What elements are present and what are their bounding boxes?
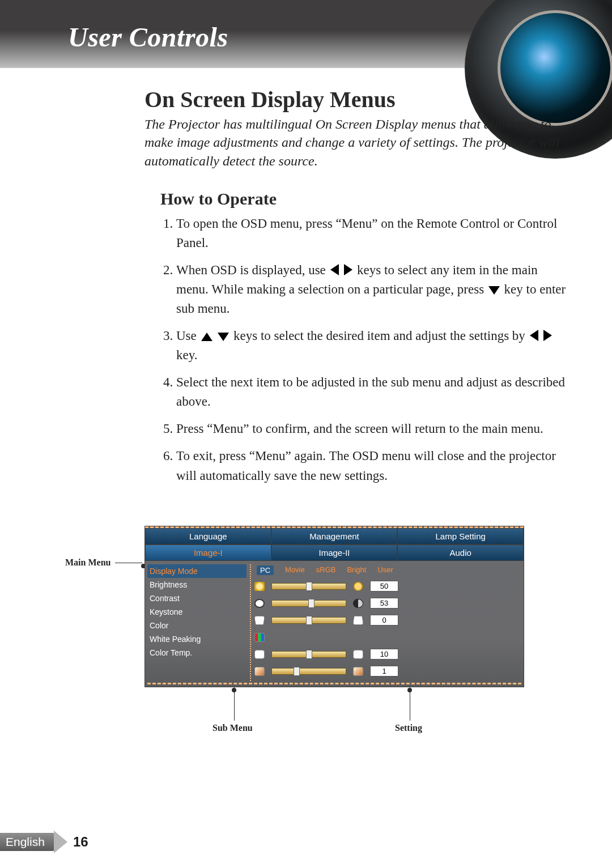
osd-submenu-item: Color [147,619,246,632]
osd-setting-row: 0 [254,613,521,627]
osd-tab-top: Management [271,528,398,544]
label-setting: Setting [395,723,422,733]
osd-display-mode: User [377,565,393,575]
osd-settings-list: 50530101 [254,579,521,678]
osd-tabs-bottom: Image-IImage-IIAudio [145,544,524,561]
step-3-text-a: Use [176,329,200,343]
osd-slider [271,583,346,590]
step-6-text: To exit, press “Menu” again. The OSD men… [176,449,556,482]
osd-display-mode: sRGB [316,565,336,575]
osd-tab-top: Lamp Setting [397,528,524,544]
label-sub-menu-text: Sub Menu [212,723,253,733]
osd-display-mode: Bright [347,565,366,575]
footer-page-number: 16 [73,834,88,850]
osd-slider [271,651,346,658]
osd-submenu: Display ModeBrightnessContrastKeystoneCo… [147,564,251,681]
callout-dot [407,684,412,695]
minidot-icon [353,582,363,591]
osd-body: Display ModeBrightnessContrastKeystoneCo… [145,561,524,687]
label-main-menu-text: Main Menu [65,558,110,567]
callout-line [115,563,142,563]
step-5-text: Press “Menu” to confirm, and the screen … [176,422,543,436]
osd-setting-value: 1 [370,666,398,676]
osd-setting-value: 50 [370,581,398,592]
osd-figure: Main Menu LanguageManagementLamp Setting… [144,526,524,687]
osd-slider [271,668,346,675]
osd-setting-row [254,630,521,644]
step-2: When OSD is displayed, use keys to selec… [176,261,567,318]
arrow-up-icon [201,333,212,341]
osd-slider [271,600,346,607]
sun-icon [254,582,265,591]
osd-submenu-item: Contrast [147,592,246,605]
osd-submenu-item: Display Mode [147,564,246,578]
section-intro: The Projector has multilingual On Screen… [144,115,567,170]
rgb-icon [254,633,265,642]
osd-display-modes: PCMoviesRGBBrightUser [254,564,521,579]
arrow-down-icon [488,286,500,295]
wp-icon [353,650,363,659]
osd-display-mode: Movie [285,565,305,575]
step-1: To open the OSD menu, press “Menu” on th… [176,214,567,253]
step-5: Press “Menu” to confirm, and the screen … [176,419,567,439]
footer-language: English [0,833,55,851]
label-sub-menu: Sub Menu [212,723,253,733]
page-footer: English 16 [0,831,88,853]
osd-submenu-item: Brightness [147,578,246,592]
steps-list: To open the OSD menu, press “Menu” on th… [160,214,567,485]
step-3-text-b: keys to select the desired item and adju… [233,329,529,343]
osd-setting-row: 50 [254,579,521,593]
wp-icon [254,650,265,659]
osd-tabs-top: LanguageManagementLamp Setting [145,526,524,544]
chevron-right-icon [54,831,67,853]
arrow-right-icon [543,330,552,341]
step-1-text: To open the OSD menu, press “Menu” on th… [176,216,557,250]
osd-tab-bottom: Image-I [145,544,271,561]
osd-submenu-item: Color Temp. [147,646,246,659]
arrow-right-icon [344,264,352,275]
arrow-left-icon [530,330,538,341]
osd-setting-value: 10 [370,649,398,659]
arrow-down-icon [218,333,229,341]
arrow-left-icon [330,264,339,275]
osd-setting-row: 10 [254,647,521,661]
step-2-text-a: When OSD is displayed, use [176,263,329,277]
osd-tab-top: Language [145,528,271,544]
osd-display-mode: PC [257,565,274,575]
osd-submenu-item: Keystone [147,605,246,619]
page-header: User Controls [0,0,612,68]
halfc-icon [353,599,363,608]
osd-setting-row: 1 [254,664,521,678]
header-title: User Controls [68,22,228,53]
section-subtitle: How to Operate [160,189,567,209]
osd-panel: LanguageManagementLamp Setting Image-IIm… [144,526,524,687]
label-setting-text: Setting [395,723,422,733]
step-4-text: Select the next item to be adjusted in t… [176,375,565,409]
osd-submenu-item: White Peaking [147,632,246,646]
osd-slider [271,617,346,624]
osd-setting-row: 53 [254,596,521,610]
step-3-text-c: key. [176,348,197,362]
step-3: Use keys to select the desired item and … [176,326,567,365]
callout-dot [232,684,236,695]
osd-setting-value: 53 [370,598,398,609]
ct-icon [353,667,363,676]
label-main-menu: Main Menu [65,558,110,568]
content-area: On Screen Display Menus The Projector ha… [144,86,567,493]
key1-icon [254,616,265,625]
osd-tab-bottom: Image-II [271,544,398,561]
ct-icon [254,667,265,676]
step-6: To exit, press “Menu” again. The OSD men… [176,446,567,485]
osd-setting-value: 0 [370,615,398,626]
key2-icon [353,616,363,625]
section-title: On Screen Display Menus [144,86,567,113]
osd-tab-bottom: Audio [397,544,524,561]
circ-icon [254,599,265,608]
osd-settings-pane: PCMoviesRGBBrightUser 50530101 [251,564,521,681]
osd-dashed-bottom [147,683,521,684]
step-4: Select the next item to be adjusted in t… [176,373,567,411]
